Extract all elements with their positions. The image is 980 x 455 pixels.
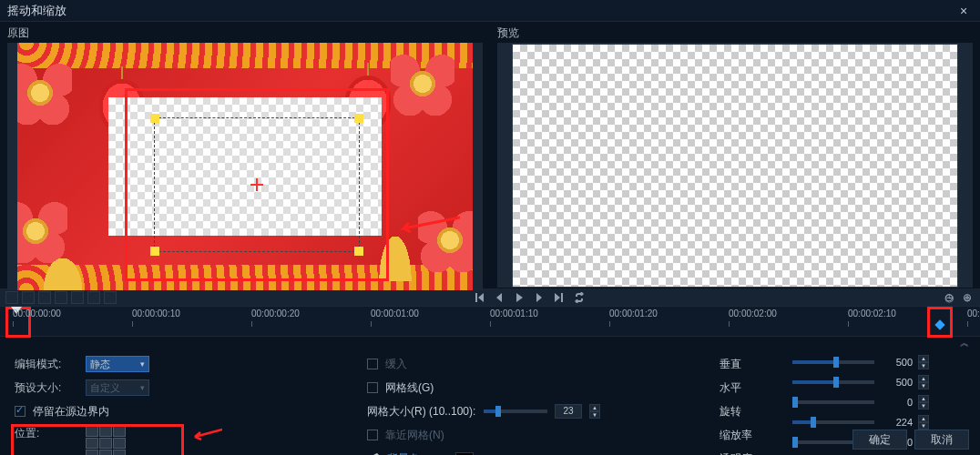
- preview-viewer: [497, 43, 973, 288]
- rotate-value: 0: [880, 397, 913, 408]
- rotate-label: 旋转: [720, 404, 760, 420]
- play-icon[interactable]: [512, 291, 526, 304]
- tl-tool-2[interactable]: [22, 291, 35, 304]
- vertical-spinner[interactable]: ▲▼: [918, 355, 929, 369]
- tick: 00:00:00:00: [13, 308, 61, 318]
- pos-bc[interactable]: [99, 450, 112, 455]
- tick: 00:00:00:20: [251, 308, 300, 318]
- tl-tool-3[interactable]: [38, 291, 51, 304]
- bgcolor-label[interactable]: 背景色:: [387, 451, 423, 456]
- next-frame-icon[interactable]: [532, 291, 546, 304]
- close-icon[interactable]: ×: [954, 4, 973, 18]
- snap-grid-checkbox[interactable]: [367, 430, 378, 440]
- pos-tl[interactable]: [86, 426, 98, 437]
- scale-value: 224: [880, 417, 913, 428]
- preview-label: 预览: [497, 25, 973, 41]
- pos-ml[interactable]: [86, 438, 98, 449]
- tick: 00:00:02:20: [967, 308, 980, 318]
- ease-in-label: 缓入: [385, 357, 407, 372]
- timeline-ruler[interactable]: 00:00:00:0000:00:00:1000:00:00:2000:00:0…: [13, 308, 967, 336]
- pos-tr[interactable]: [113, 426, 126, 437]
- pos-bl[interactable]: [86, 450, 98, 455]
- crop-handle-tl[interactable]: [150, 114, 159, 123]
- annotation-arrow: [396, 216, 460, 234]
- preset-size-select[interactable]: 自定义: [86, 379, 149, 396]
- vertical-label: 垂直: [720, 357, 760, 372]
- tick: 00:00:01:10: [490, 308, 538, 318]
- expand-toggle[interactable]: ︽: [0, 337, 980, 349]
- gridlines-label: 网格线(G): [385, 380, 434, 396]
- footer-buttons: 确定 取消: [852, 430, 969, 450]
- window-title: 摇动和缩放: [7, 3, 954, 19]
- settings-area: 编辑模式: 静态 预设大小: 自定义 停留在源边界内 位置: 缓入: [0, 349, 980, 455]
- tick: 00:00:01:00: [371, 308, 419, 318]
- original-viewer[interactable]: [7, 43, 483, 290]
- source-image: [17, 43, 473, 290]
- position-label: 位置:: [15, 426, 78, 441]
- vertical-value: 500: [880, 357, 913, 368]
- zoom-in-icon[interactable]: ⊕: [960, 290, 975, 305]
- edit-mode-label: 编辑模式:: [15, 357, 78, 372]
- crosshair-icon: [250, 178, 263, 191]
- settings-col-1: 编辑模式: 静态 预设大小: 自定义 停留在源边界内 位置:: [15, 355, 358, 455]
- annotation-red-right: [927, 307, 953, 338]
- timeline[interactable]: 00:00:00:0000:00:00:1000:00:00:2000:00:0…: [0, 306, 980, 337]
- grid-size-slider[interactable]: [484, 410, 547, 413]
- stay-inside-label: 停留在源边界内: [33, 404, 109, 420]
- titlebar: 摇动和缩放 ×: [0, 0, 980, 22]
- crop-handle-bl[interactable]: [150, 247, 159, 256]
- edit-mode-select[interactable]: 静态: [86, 356, 149, 372]
- annotation-arrow-2: [189, 428, 222, 440]
- prev-frame-icon[interactable]: [492, 291, 506, 304]
- position-grid[interactable]: [86, 426, 126, 455]
- preview-image: [512, 44, 958, 288]
- tl-tool-6[interactable]: [87, 291, 100, 304]
- cancel-button[interactable]: 取消: [914, 430, 969, 450]
- preview-panel: 预览: [490, 22, 980, 288]
- viewer-panels: 原图 预览: [0, 22, 980, 288]
- tick: 00:00:02:00: [729, 308, 777, 318]
- stay-inside-checkbox[interactable]: [15, 406, 26, 417]
- scale-spinner[interactable]: ▲▼: [918, 415, 929, 430]
- grid-size-label: 网格大小(R) (10..100):: [367, 404, 476, 420]
- tick: 00:00:02:10: [848, 308, 896, 318]
- tl-tool-7[interactable]: [104, 291, 117, 304]
- snap-grid-label: 靠近网格(N): [385, 428, 444, 443]
- go-end-icon[interactable]: [552, 291, 567, 304]
- ok-button[interactable]: 确定: [852, 430, 907, 450]
- original-label: 原图: [7, 25, 483, 41]
- grid-size-spinner[interactable]: ▲▼: [589, 404, 600, 419]
- tick: 00:00:01:20: [609, 308, 658, 318]
- zoom-out-icon[interactable]: ⊖: [942, 290, 956, 305]
- pos-tc[interactable]: [99, 426, 112, 437]
- pos-mc[interactable]: [99, 438, 112, 449]
- horizontal-label: 水平: [720, 380, 760, 396]
- tick: 00:00:00:10: [132, 308, 180, 318]
- settings-col-3: 垂直 水平 旋转 缩放率 透明度: [720, 355, 783, 455]
- horizontal-slider[interactable]: [792, 380, 874, 384]
- loop-icon[interactable]: [572, 291, 587, 304]
- tl-tool-4[interactable]: [55, 291, 67, 304]
- scale-label: 缩放率: [720, 428, 760, 443]
- tl-tool-1[interactable]: [5, 291, 18, 304]
- preset-size-label: 预设大小:: [15, 380, 78, 396]
- horizontal-spinner[interactable]: ▲▼: [918, 375, 929, 389]
- vertical-slider[interactable]: [792, 360, 874, 364]
- settings-col-2: 缓入 网格线(G) 网格大小(R) (10..100): 23 ▲▼ 靠近网格(…: [367, 355, 710, 455]
- rotate-slider[interactable]: [792, 400, 874, 404]
- horizontal-value: 500: [880, 377, 913, 388]
- pos-mr[interactable]: [113, 438, 126, 449]
- grid-size-value[interactable]: 23: [555, 404, 582, 419]
- gridlines-checkbox[interactable]: [367, 382, 378, 393]
- scale-slider[interactable]: [792, 420, 874, 424]
- rotate-spinner[interactable]: ▲▼: [918, 395, 929, 410]
- tl-tool-5[interactable]: [71, 291, 84, 304]
- crop-handle-br[interactable]: [354, 247, 363, 256]
- opacity-label: 透明度: [720, 451, 760, 456]
- crop-frame[interactable]: [154, 117, 360, 252]
- pos-br[interactable]: [113, 450, 126, 455]
- ease-in-checkbox[interactable]: [367, 359, 378, 369]
- playback-bar: ◷ ☼: [0, 288, 980, 306]
- crop-handle-tr[interactable]: [354, 114, 363, 123]
- go-start-icon[interactable]: [472, 291, 486, 304]
